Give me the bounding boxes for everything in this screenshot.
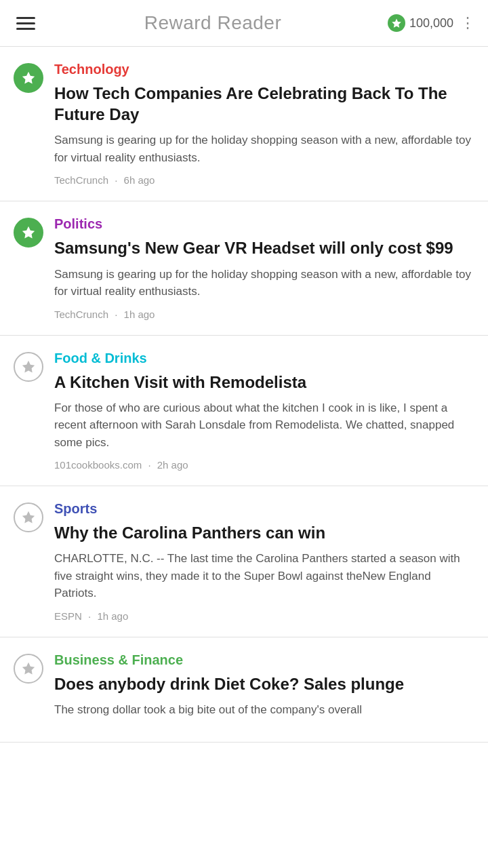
article-excerpt: Samsung is gearing up for the holiday sh… — [54, 266, 474, 300]
star-button[interactable] — [14, 502, 43, 532]
article-title[interactable]: Samsung's New Gear VR Headset will only … — [54, 237, 474, 258]
meta-separator: · — [85, 610, 94, 622]
article-title[interactable]: Does anybody drink Diet Coke? Sales plun… — [54, 673, 474, 694]
category-label: Food & Drinks — [54, 351, 474, 366]
article-title[interactable]: A Kitchen Visit with Remodelista — [54, 372, 474, 393]
article-time: 6h ago — [124, 174, 155, 186]
article-card: PoliticsSamsung's New Gear VR Headset wi… — [0, 201, 488, 335]
svg-marker-3 — [22, 360, 35, 372]
article-title[interactable]: How Tech Companies Are Celebrating Back … — [54, 83, 474, 125]
meta-separator: · — [145, 459, 154, 471]
svg-marker-4 — [22, 511, 35, 524]
article-meta: TechCrunch · 6h ago — [54, 174, 474, 186]
article-excerpt: For those of who are curious about what … — [54, 399, 474, 452]
category-label: Business & Finance — [54, 652, 474, 668]
article-content: Food & DrinksA Kitchen Visit with Remode… — [54, 351, 474, 471]
article-source: TechCrunch — [54, 174, 108, 186]
article-source: TechCrunch — [54, 309, 108, 320]
meta-separator: · — [112, 309, 121, 320]
article-card: TechnologyHow Tech Companies Are Celebra… — [0, 47, 488, 201]
articles-list: TechnologyHow Tech Companies Are Celebra… — [0, 47, 488, 743]
meta-separator: · — [112, 174, 121, 186]
svg-marker-2 — [22, 226, 35, 239]
article-content: TechnologyHow Tech Companies Are Celebra… — [54, 62, 474, 186]
article-meta: ESPN · 1h ago — [54, 610, 474, 622]
star-button[interactable] — [14, 654, 43, 684]
header-right: 100,000 ⋮ — [388, 14, 474, 32]
article-content: Business & FinanceDoes anybody drink Die… — [54, 652, 474, 727]
star-button[interactable] — [14, 218, 43, 248]
svg-marker-0 — [392, 19, 401, 28]
article-meta: TechCrunch · 1h ago — [54, 309, 474, 320]
article-content: SportsWhy the Carolina Panthers can winC… — [54, 501, 474, 622]
menu-button[interactable] — [14, 14, 38, 33]
article-time: 1h ago — [124, 309, 155, 320]
app-title: Reward Reader — [144, 12, 282, 34]
points-icon — [388, 14, 405, 32]
article-source: ESPN — [54, 610, 82, 622]
article-card: Food & DrinksA Kitchen Visit with Remode… — [0, 336, 488, 487]
article-time: 2h ago — [157, 459, 188, 471]
article-excerpt: CHARLOTTE, N.C. -- The last time the Car… — [54, 550, 474, 602]
svg-marker-1 — [22, 72, 35, 84]
points-value: 100,000 — [409, 16, 453, 31]
article-source: 101cookbooks.com — [54, 459, 142, 471]
article-title[interactable]: Why the Carolina Panthers can win — [54, 522, 474, 543]
article-card: Business & FinanceDoes anybody drink Die… — [0, 637, 488, 743]
svg-marker-5 — [22, 663, 35, 675]
article-time: 1h ago — [97, 610, 128, 622]
category-label: Politics — [54, 216, 474, 232]
more-options-button[interactable]: ⋮ — [460, 16, 474, 31]
category-label: Technology — [54, 62, 474, 77]
article-card: SportsWhy the Carolina Panthers can winC… — [0, 486, 488, 637]
article-excerpt: Samsung is gearing up for the holiday sh… — [54, 132, 474, 166]
article-meta: 101cookbooks.com · 2h ago — [54, 459, 474, 471]
article-excerpt: The strong dollar took a big bite out of… — [54, 701, 474, 719]
star-button[interactable] — [14, 63, 43, 93]
app-header: Reward Reader 100,000 ⋮ — [0, 0, 488, 47]
category-label: Sports — [54, 501, 474, 517]
star-button[interactable] — [14, 352, 43, 382]
points-display: 100,000 — [388, 14, 453, 32]
article-content: PoliticsSamsung's New Gear VR Headset wi… — [54, 216, 474, 319]
